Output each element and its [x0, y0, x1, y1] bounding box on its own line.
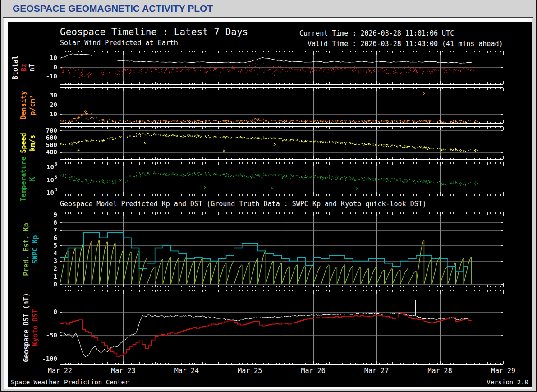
kp-dst-section-title: Geospace Model Predicted Kp and DST (Gro…	[60, 200, 427, 208]
xtick-mar24: Mar 24	[174, 367, 199, 375]
ylabel-bz: Bz	[20, 64, 28, 72]
ylabel-pred-kp: Pred. Est. Kp	[22, 223, 30, 276]
ylabel-temperature-units: K	[28, 177, 37, 181]
solar-wind-subtitle: Solar Wind Predicted at Earth	[60, 39, 178, 47]
ylabel-kyoto-dst: Kyoto DST	[31, 309, 39, 346]
ylabel-btotal: Btotal	[11, 55, 19, 80]
speed-panel-canvas	[41, 126, 509, 160]
chart-title: Geospace Timeline : Latest 7 Days	[60, 27, 248, 37]
valid-time-label: Valid Time : 2026-03-28 11:43:00 (41 min…	[308, 40, 503, 48]
xtick-mar29: Mar 29	[491, 367, 515, 375]
current-time-label: Current Time : 2026-03-28 11:01:06 UTC	[299, 29, 454, 37]
page-title: GEOSPACE GEOMAGNETIC ACTIVITY PLOT	[13, 3, 213, 14]
footer-version: Version 2.0	[487, 378, 528, 386]
dst-panel-canvas	[41, 290, 509, 365]
title-bar: GEOSPACE GEOMAGNETIC ACTIVITY PLOT	[3, 1, 533, 16]
ylabel-nt: nT	[28, 64, 36, 72]
ylabel-speed-units: km/s	[28, 135, 37, 151]
ylabel-speed: Speed	[19, 133, 28, 153]
footer-source: Space Weather Prediction Center	[11, 378, 129, 386]
xtick-mar25: Mar 25	[238, 367, 262, 375]
ylabel-geospace-dst: Geospace DST (nT)	[22, 293, 30, 362]
ylabel-swpc-kp: SWPC Kp	[31, 235, 39, 263]
xtick-mar22: Mar 22	[48, 367, 72, 375]
xtick-mar23: Mar 23	[111, 367, 135, 375]
temperature-panel-canvas	[41, 162, 509, 196]
ylabel-density-units: p/cm³	[28, 95, 37, 115]
ylabel-density: Density	[19, 91, 28, 119]
xtick-mar28: Mar 28	[428, 367, 452, 375]
mag-panel-canvas	[41, 51, 509, 85]
ylabel-temperature: Temperature	[19, 157, 28, 201]
kp-panel-canvas	[41, 212, 509, 287]
density-panel-canvas	[41, 87, 509, 124]
xtick-mar26: Mar 26	[301, 367, 326, 375]
xtick-mar27: Mar 27	[364, 367, 389, 375]
